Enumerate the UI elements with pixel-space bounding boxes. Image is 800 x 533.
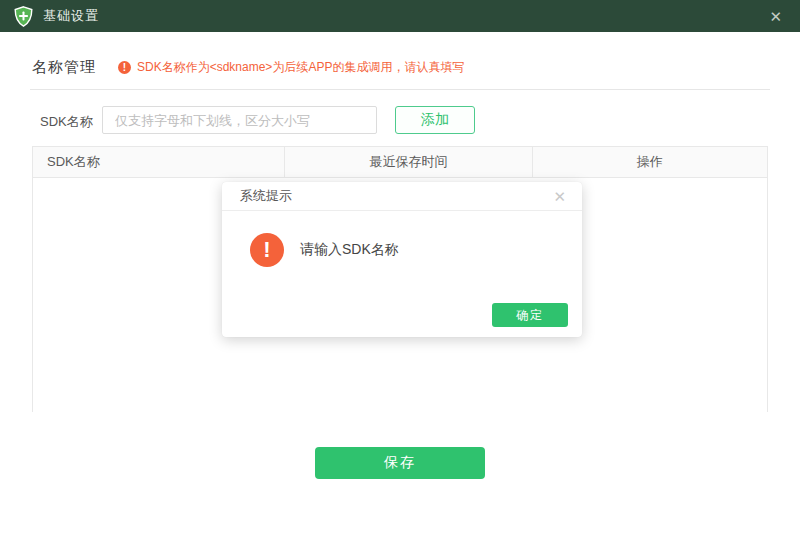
dialog-message: 请输入SDK名称	[300, 241, 399, 259]
dialog-body: ! 请输入SDK名称	[222, 211, 582, 267]
ok-button[interactable]: 确定	[492, 303, 568, 327]
warning-circle-icon: !	[118, 61, 131, 74]
window-close-icon[interactable]: ✕	[765, 7, 786, 26]
save-button[interactable]: 保存	[315, 447, 485, 479]
table-header-actions: 操作	[533, 147, 767, 177]
section-notice: SDK名称作为<sdkname>为后续APP的集成调用，请认真填写	[137, 59, 464, 76]
sdk-name-label: SDK名称	[40, 113, 93, 131]
dialog-header: 系统提示 ✕	[222, 182, 582, 211]
system-prompt-dialog: 系统提示 ✕ ! 请输入SDK名称 确定	[222, 182, 582, 337]
window-title: 基础设置	[43, 7, 99, 25]
sdk-name-input[interactable]	[102, 106, 377, 134]
dialog-title: 系统提示	[240, 187, 292, 205]
basic-settings-window: 基础设置 ✕ 名称管理 ! SDK名称作为<sdkname>为后续APP的集成调…	[0, 0, 800, 533]
table-header-row: SDK名称 最近保存时间 操作	[33, 147, 767, 178]
add-button[interactable]: 添加	[395, 106, 475, 134]
table-header-sdk-name: SDK名称	[33, 147, 285, 177]
section-divider	[30, 89, 770, 90]
shield-plus-icon	[14, 6, 33, 27]
table-header-saved-time: 最近保存时间	[285, 147, 532, 177]
section-title: 名称管理	[32, 58, 96, 77]
titlebar: 基础设置 ✕	[0, 0, 800, 32]
section-heading-row: 名称管理 ! SDK名称作为<sdkname>为后续APP的集成调用，请认真填写	[32, 58, 464, 77]
dialog-close-icon[interactable]: ✕	[553, 189, 566, 204]
exclamation-circle-icon: !	[250, 233, 284, 267]
